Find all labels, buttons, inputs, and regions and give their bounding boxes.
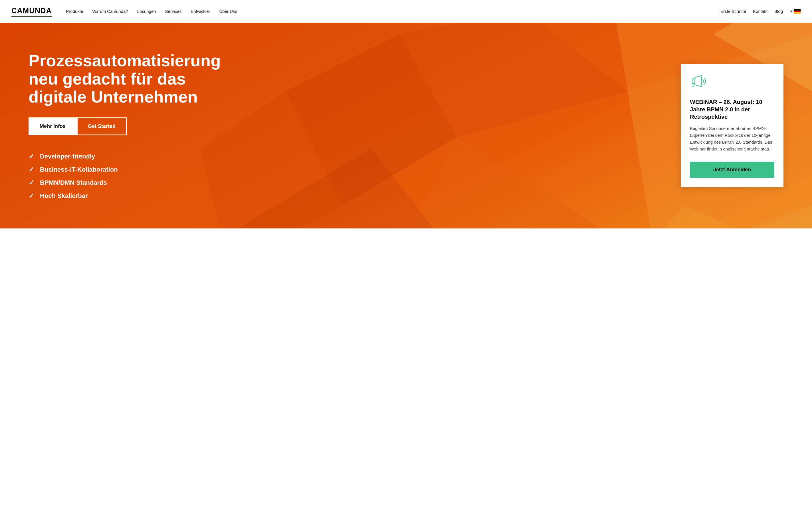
hero-left: Prozessautomatisierung neu gedacht für d…: [29, 51, 223, 200]
checklist-item-2: ✓ Business-IT-Kollaboration: [29, 166, 223, 173]
webinar-card-container: WEBINAR – 26. August: 10 Jahre BPMN 2.0 …: [681, 64, 783, 187]
checklist-label-3: BPMN/DMN Standards: [40, 179, 107, 187]
logo[interactable]: CAMUNDA: [11, 6, 52, 17]
nav-kontakt[interactable]: Kontakt: [753, 9, 767, 14]
german-flag-icon: [794, 9, 801, 14]
checklist-item-4: ✓ Hoch Skalierbar: [29, 192, 223, 200]
nav-menu: Produkte Warum Camunda? Lösungen Service…: [66, 9, 720, 14]
navbar: CAMUNDA Produkte Warum Camunda? Lösungen…: [0, 0, 812, 23]
checklist-item-1: ✓ Developer-friendly: [29, 153, 223, 161]
get-started-button[interactable]: Get Started: [77, 117, 127, 135]
webinar-card: WEBINAR – 26. August: 10 Jahre BPMN 2.0 …: [681, 64, 783, 187]
hero-buttons: Mehr Infos Get Started: [29, 117, 223, 135]
svg-rect-1: [794, 10, 801, 12]
mehr-infos-button[interactable]: Mehr Infos: [29, 117, 77, 135]
dropdown-arrow-icon: [790, 10, 792, 12]
check-icon-3: ✓: [29, 179, 34, 187]
check-icon-1: ✓: [29, 153, 34, 161]
checklist-label-1: Developer-friendly: [40, 153, 95, 160]
card-title: WEBINAR – 26. August: 10 Jahre BPMN 2.0 …: [690, 98, 774, 120]
checklist-label-4: Hoch Skalierbar: [40, 192, 88, 199]
check-icon-4: ✓: [29, 192, 34, 200]
navbar-right: Erste Schritte Kontakt Blog: [720, 9, 801, 14]
nav-item-services[interactable]: Services: [165, 9, 182, 14]
hero-content: Prozessautomatisierung neu gedacht für d…: [0, 29, 812, 223]
jetzt-anmelden-button[interactable]: Jetzt Anmelden: [690, 162, 774, 178]
language-selector[interactable]: [790, 9, 801, 14]
hero-title: Prozessautomatisierung neu gedacht für d…: [29, 51, 223, 106]
svg-rect-0: [794, 9, 801, 10]
checklist-label-2: Business-IT-Kollaboration: [40, 166, 118, 173]
megaphone-icon: [690, 74, 708, 88]
nav-item-entwickler[interactable]: Entwickler: [191, 9, 210, 14]
nav-item-ueber[interactable]: Über Uns: [220, 9, 237, 14]
svg-rect-2: [794, 12, 801, 13]
nav-item-warum[interactable]: Warum Camunda?: [92, 9, 128, 14]
hero-checklist: ✓ Developer-friendly ✓ Business-IT-Kolla…: [29, 153, 223, 200]
nav-blog[interactable]: Blog: [774, 9, 783, 14]
check-icon-2: ✓: [29, 166, 34, 173]
checklist-item-3: ✓ BPMN/DMN Standards: [29, 179, 223, 187]
card-description: Begleiten Sie unsere erfahrenen BPMN-Exp…: [690, 125, 774, 153]
hero-section: Prozessautomatisierung neu gedacht für d…: [0, 23, 812, 228]
nav-item-produkte[interactable]: Produkte: [66, 9, 83, 14]
nav-erste-schritte[interactable]: Erste Schritte: [720, 9, 746, 14]
nav-item-loesungen[interactable]: Lösungen: [137, 9, 156, 14]
card-icon-area: [690, 74, 774, 89]
